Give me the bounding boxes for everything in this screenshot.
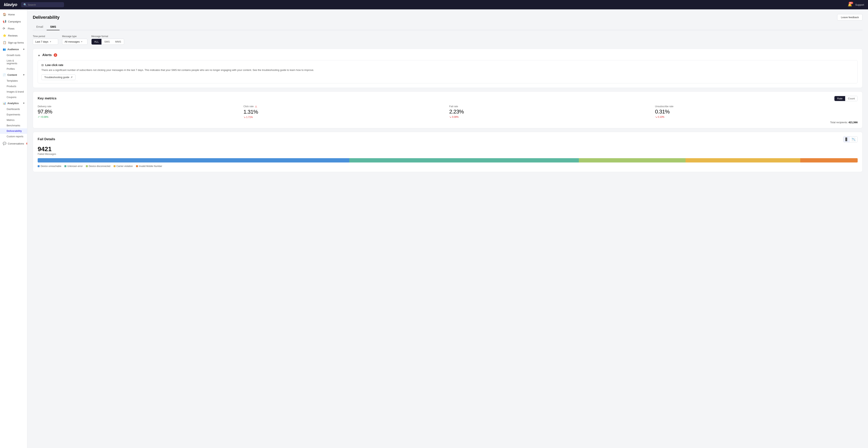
segment-device-unreachable	[38, 158, 349, 162]
metrics-header: Key metrics Rate Count	[38, 96, 858, 101]
sidebar-sub-label: Coupons	[7, 96, 17, 99]
warning-icon: ⚠	[255, 105, 257, 108]
alerts-collapse-icon[interactable]: ▲	[38, 54, 40, 57]
page-header: Deliverability Leave feedback	[33, 14, 863, 21]
alert-type-icon: ⊟	[41, 63, 44, 67]
format-mms-button[interactable]: MMS	[113, 39, 124, 44]
chevron-down-icon: ▾	[23, 102, 24, 104]
sidebar-item-templates[interactable]: Templates	[0, 78, 27, 84]
metric-click-rate: Click rate ⚠ 1.31% ↘ 1.71%	[244, 105, 446, 119]
search-icon: 🔍	[23, 3, 27, 6]
sidebar-item-products[interactable]: Products	[0, 84, 27, 89]
support-link[interactable]: Support	[855, 3, 864, 6]
sidebar-item-dashboards[interactable]: Dashboards	[0, 107, 27, 112]
legend-unknown-error: Unknown error	[64, 165, 83, 168]
sidebar-item-label: Flows	[8, 27, 14, 30]
sidebar-item-reviews[interactable]: ⭐ Reviews	[0, 32, 27, 39]
legend-invalid-mobile-number: Invalid Mobile Number	[136, 165, 162, 168]
sidebar-item-analytics[interactable]: 📊 Analytics ▾	[0, 100, 27, 107]
legend-label: Unknown error	[67, 165, 83, 168]
sidebar-item-label: Content	[7, 73, 17, 77]
sidebar-item-conversations[interactable]: 💬 Conversations 99+	[0, 140, 27, 147]
sidebar-item-home[interactable]: 🏠 Home	[0, 11, 27, 18]
time-period-label: Time period	[33, 35, 58, 38]
search-input[interactable]	[28, 3, 59, 6]
sidebar-item-experiments[interactable]: Experiments	[0, 112, 27, 117]
fail-details-card: Fail Details ▊ 📉 9421 Failed Messages De…	[33, 132, 863, 172]
segment-device-disconnected	[579, 158, 685, 162]
tabs: Email SMS	[33, 24, 863, 30]
metric-fail-rate: Fail rate 2.23% ↘ 0.08%	[449, 105, 652, 119]
sidebar-sub-label: Lists & segments	[7, 59, 24, 65]
sidebar-item-label: Audience	[7, 48, 19, 51]
sidebar-item-images-brand[interactable]: Images & brand	[0, 89, 27, 94]
legend-device-disconnected: Device disconnected	[86, 165, 111, 168]
legend-dot	[86, 165, 88, 167]
trend-up-icon: ↗	[38, 116, 40, 118]
sidebar-item-flows[interactable]: ⟳ Flows	[0, 25, 27, 32]
sidebar-sub-label: Profiles	[7, 67, 15, 70]
metric-value: 2.23%	[449, 109, 652, 115]
rate-count-toggle: Rate Count	[834, 96, 858, 101]
bar-chart-button[interactable]: ▊	[843, 137, 850, 142]
message-type-select[interactable]: All messages ▾	[62, 39, 87, 45]
metric-label: Unsubscribe rate	[655, 105, 858, 108]
metric-label: Delivery rate	[38, 105, 240, 108]
sidebar-sub-label: Benchmarks	[7, 124, 20, 127]
metric-change: ↗ +0.08%	[38, 116, 240, 118]
format-all-button[interactable]: ALL	[92, 39, 101, 44]
sidebar-sub-label: Dashboards	[7, 108, 20, 111]
line-chart-button[interactable]: 📉	[850, 137, 858, 142]
sidebar-item-growth-tools[interactable]: Growth tools	[0, 53, 27, 58]
format-sms-button[interactable]: SMS	[101, 39, 113, 44]
time-period-select[interactable]: Last 7 days ▾	[33, 39, 58, 45]
count-button[interactable]: Count	[845, 96, 858, 101]
rate-button[interactable]: Rate	[834, 96, 845, 101]
notifications-bell[interactable]: 🔔 99+	[848, 3, 852, 7]
segment-invalid-mobile	[800, 158, 858, 162]
sidebar-item-benchmarks[interactable]: Benchmarks	[0, 123, 27, 128]
stacked-bar-chart	[38, 158, 858, 162]
fail-details-title: Fail Details	[38, 137, 55, 141]
sidebar-item-content[interactable]: 📄 Content ▾	[0, 72, 27, 78]
metric-change-value: 1.71%	[246, 116, 253, 119]
troubleshooting-guide-button[interactable]: Troubleshooting guide ↗	[41, 74, 75, 80]
sidebar-item-campaigns[interactable]: 📢 Campaigns	[0, 18, 27, 25]
metrics-grid: Delivery rate 97.8% ↗ +0.08% Click rate …	[38, 105, 858, 119]
alerts-card: ▲ Alerts 1 ⊟ Low click rate There are a …	[33, 49, 863, 88]
sidebar-item-audience[interactable]: 👥 Audience ▾	[0, 46, 27, 53]
filters: Time period Last 7 days ▾ Message type A…	[33, 35, 863, 45]
sidebar-sub-label: Templates	[7, 80, 18, 82]
analytics-icon: 📊	[3, 102, 6, 105]
troubleshoot-label: Troubleshooting guide	[44, 76, 69, 79]
leave-feedback-button[interactable]: Leave feedback	[837, 14, 863, 21]
metric-label: Click rate ⚠	[244, 105, 446, 108]
tab-sms[interactable]: SMS	[46, 24, 60, 30]
time-period-value: Last 7 days	[35, 40, 49, 43]
sidebar-item-label: Analytics	[7, 102, 19, 105]
main-content: Deliverability Leave feedback Email SMS …	[27, 9, 868, 448]
alert-box-header: ⊟ Low click rate	[41, 63, 854, 67]
trend-down-icon: ↘	[244, 116, 246, 119]
tab-email[interactable]: Email	[33, 24, 46, 30]
sidebar-item-coupons[interactable]: Coupons	[0, 94, 27, 100]
sidebar-item-label: Home	[8, 13, 15, 16]
total-recipients-value: 421,566	[848, 121, 858, 124]
legend-dot	[136, 165, 138, 167]
sidebar-item-signup-forms[interactable]: 📋 Sign-up forms	[0, 39, 27, 46]
alert-description: There are a significant number of subscr…	[41, 68, 854, 72]
legend-label: Device disconnected	[89, 165, 111, 168]
sidebar-item-metrics[interactable]: Metrics	[0, 117, 27, 123]
segment-unknown-error	[349, 158, 579, 162]
sidebar-item-lists-segments[interactable]: Lists & segments	[0, 58, 27, 66]
metric-delivery-rate: Delivery rate 97.8% ↗ +0.08%	[38, 105, 240, 119]
format-toggle: ALL SMS MMS	[91, 39, 124, 45]
sidebar-item-profiles[interactable]: Profiles	[0, 66, 27, 72]
metric-value: 97.8%	[38, 109, 240, 115]
segment-carrier-violation	[686, 158, 800, 162]
search-container[interactable]: 🔍	[21, 2, 64, 7]
message-type-filter: Message type All messages ▾	[62, 35, 87, 45]
sidebar-item-deliverability[interactable]: Deliverability	[0, 128, 27, 134]
legend-dot	[64, 165, 66, 167]
sidebar-item-custom-reports[interactable]: Custom reports	[0, 134, 27, 139]
